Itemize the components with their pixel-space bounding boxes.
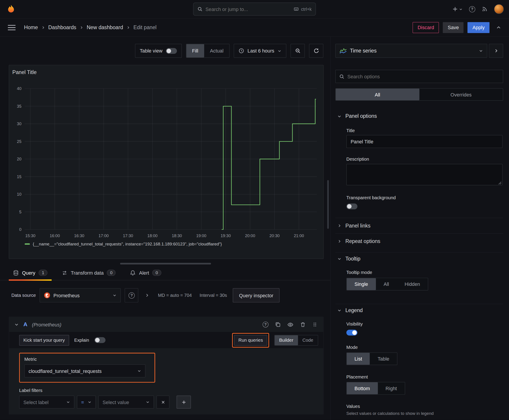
- query-options-toolbar: Kick start your query Explain Run querie…: [9, 332, 323, 348]
- grafana-logo[interactable]: [5, 3, 17, 15]
- avatar[interactable]: [494, 4, 504, 14]
- remove-filter-button[interactable]: [156, 396, 169, 409]
- legend-mode-table[interactable]: Table: [370, 353, 397, 365]
- explain-label: Explain: [74, 338, 89, 343]
- legend-placement-right[interactable]: Right: [378, 382, 405, 394]
- save-button[interactable]: Save: [443, 22, 464, 33]
- query-row-header[interactable]: A (Prometheus) ?: [9, 317, 323, 332]
- tab-query[interactable]: Query 1: [13, 265, 47, 280]
- help-button[interactable]: ?: [469, 6, 475, 12]
- svg-text:21:00: 21:00: [294, 233, 304, 238]
- menu-icon[interactable]: [8, 23, 16, 31]
- visualization-picker[interactable]: Time series: [335, 44, 487, 58]
- run-queries-button[interactable]: Run queries: [234, 335, 267, 345]
- svg-text:35: 35: [17, 104, 21, 109]
- tooltip-title: Tooltip: [345, 256, 360, 262]
- legend-placement-bottom[interactable]: Bottom: [347, 382, 378, 394]
- copy-icon[interactable]: [275, 322, 281, 327]
- builder-mode-option[interactable]: Builder: [275, 335, 298, 345]
- description-textarea[interactable]: [346, 164, 502, 185]
- tooltip-mode-hidden[interactable]: Hidden: [397, 278, 428, 290]
- collapse-toolbar-button[interactable]: [494, 22, 504, 32]
- svg-text:10: 10: [17, 192, 21, 196]
- tooltip-mode-all[interactable]: All: [376, 278, 397, 290]
- time-series-chart[interactable]: 051015202530354015:3016:0016:3017:0017:3…: [9, 79, 324, 239]
- options-search[interactable]: [335, 70, 503, 83]
- chevron-right-icon: [337, 224, 342, 228]
- time-range-picker[interactable]: Last 6 hours: [234, 44, 286, 58]
- resize-handle-icon[interactable]: [498, 181, 501, 185]
- edit-area: Table view Fill Actual Last 6 hours Pane…: [0, 37, 330, 420]
- options-search-input[interactable]: [347, 74, 499, 79]
- legend-visibility-toggle[interactable]: [346, 330, 357, 336]
- display-fill-option[interactable]: Fill: [186, 44, 204, 57]
- breadcrumb-edit-panel: Edit panel: [134, 24, 157, 30]
- legend-item[interactable]: {__name__="cloudflared_tunnel_total_requ…: [25, 241, 222, 246]
- legend-title: Legend: [345, 307, 363, 313]
- collapse-options-button[interactable]: [489, 44, 503, 58]
- datasource-picker[interactable]: Prometheus: [40, 288, 121, 302]
- bell-icon: [130, 270, 136, 276]
- chevron-down-icon[interactable]: [14, 322, 19, 327]
- discard-button[interactable]: Discard: [413, 22, 439, 33]
- top-bar: ctrl+k ?: [0, 0, 509, 18]
- query-inspector-button[interactable]: Query inspector: [233, 288, 279, 302]
- panel-options-header[interactable]: Panel options: [335, 110, 503, 123]
- transparent-background-toggle[interactable]: [346, 203, 357, 209]
- code-mode-option[interactable]: Code: [298, 335, 318, 345]
- chevron-right-icon: [79, 26, 83, 29]
- chevron-down-icon: [146, 400, 150, 404]
- legend-header[interactable]: Legend: [335, 304, 503, 317]
- select-value-dropdown[interactable]: Select value: [98, 396, 154, 409]
- select-label-dropdown[interactable]: Select label: [19, 396, 74, 409]
- kick-start-button[interactable]: Kick start your query: [19, 335, 69, 345]
- tooltip-header[interactable]: Tooltip: [335, 252, 503, 265]
- news-button[interactable]: [482, 6, 488, 12]
- apply-button[interactable]: Apply: [468, 22, 490, 33]
- global-search[interactable]: ctrl+k: [193, 3, 316, 16]
- legend-mode-label: Mode: [346, 345, 503, 350]
- editor-tabs: Query 1 Transform data 0 Alert 0: [0, 265, 330, 280]
- datasource-help-button[interactable]: ?: [125, 288, 138, 302]
- breadcrumb: Home Dashboards New dashboard Edit panel: [24, 24, 156, 30]
- add-filter-button[interactable]: [177, 396, 191, 409]
- eye-icon[interactable]: [287, 322, 293, 328]
- new-menu-button[interactable]: [452, 6, 463, 12]
- breadcrumb-home[interactable]: Home: [24, 24, 38, 30]
- refresh-button[interactable]: [309, 44, 323, 58]
- search-input[interactable]: [205, 6, 291, 12]
- panel-links-section[interactable]: Panel links: [335, 218, 503, 233]
- filter-all-tab[interactable]: All: [336, 89, 419, 100]
- explain-toggle[interactable]: [94, 337, 105, 343]
- tab-alert[interactable]: Alert 0: [130, 265, 161, 280]
- operator-dropdown[interactable]: =: [77, 396, 96, 409]
- tooltip-mode-single[interactable]: Single: [347, 278, 376, 290]
- query-ref-id[interactable]: A: [23, 321, 27, 328]
- tab-transform-data[interactable]: Transform data 0: [62, 265, 116, 280]
- table-view-toggle[interactable]: [166, 48, 177, 54]
- vertical-scrollbar-thumb[interactable]: [327, 180, 329, 229]
- chevron-down-icon: [337, 114, 342, 118]
- drag-handle-icon[interactable]: [312, 322, 317, 327]
- database-icon: [13, 270, 19, 276]
- search-icon: [197, 7, 202, 12]
- metric-select[interactable]: cloudflared_tunnel_total_requests: [24, 364, 145, 377]
- chevron-right-icon[interactable]: [145, 293, 150, 298]
- breadcrumb-new-dashboard[interactable]: New dashboard: [87, 24, 123, 30]
- trash-icon[interactable]: [300, 322, 306, 327]
- breadcrumb-dashboards[interactable]: Dashboards: [48, 24, 76, 30]
- filter-overrides-tab[interactable]: Overrides: [419, 89, 503, 100]
- panel-title[interactable]: Panel Title: [12, 69, 37, 75]
- panel-title-input[interactable]: [346, 135, 502, 148]
- query-count-badge: 1: [38, 270, 47, 276]
- repeat-options-section[interactable]: Repeat options: [335, 233, 503, 249]
- query-help-icon[interactable]: ?: [263, 322, 268, 327]
- zoom-out-button[interactable]: [291, 44, 305, 58]
- horizontal-scrollbar-thumb[interactable]: [120, 263, 211, 264]
- display-actual-option[interactable]: Actual: [204, 44, 229, 57]
- legend-placement-group: Bottom Right: [346, 382, 405, 394]
- panel-actions: Discard Save Apply: [413, 22, 504, 33]
- legend-mode-list[interactable]: List: [347, 353, 370, 365]
- legend-mode-group: List Table: [346, 352, 397, 365]
- svg-text:20: 20: [17, 157, 21, 161]
